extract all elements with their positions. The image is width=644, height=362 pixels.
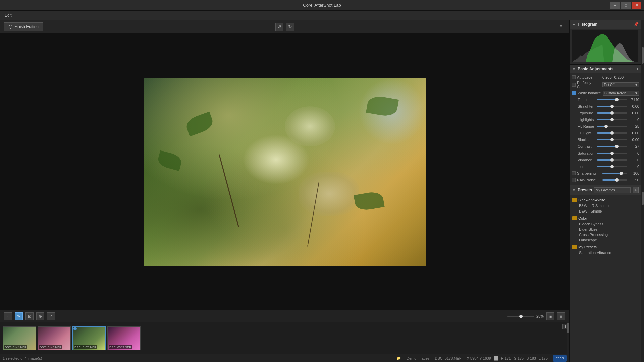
presets-dropdown[interactable]: My Favorites [594, 187, 631, 193]
contrast-slider-thumb[interactable] [615, 145, 619, 148]
sharpening-slider-track[interactable] [602, 173, 627, 174]
filmstrip-thumb-1[interactable]: DSC_0146.NEF [38, 326, 71, 350]
right-panel-toggle[interactable]: ⊞ [557, 23, 565, 31]
flower-top [285, 106, 335, 146]
maximize-button[interactable]: □ [621, 2, 631, 9]
menubar: Edit [0, 11, 644, 20]
white-balance-color [572, 90, 576, 95]
filmstrip-thumb-3[interactable]: DSC_0383.NEF [107, 326, 141, 350]
zoom-slider[interactable] [507, 316, 534, 317]
preset-landscape[interactable]: Landscape [572, 237, 639, 243]
preset-color-folder-icon [572, 216, 577, 220]
fill-light-slider-thumb[interactable] [610, 131, 614, 135]
view-compare[interactable]: ⊞ [557, 312, 565, 320]
hl-range-row: HL Range 25 [570, 123, 641, 130]
straighten-slider-wrap [597, 104, 627, 109]
basic-adjustments-header[interactable]: ▼ Basic Adjustments + [570, 65, 641, 73]
blacks-row: Blacks 0.00 [570, 136, 641, 143]
raw-noise-label: RAW Noise [577, 178, 601, 182]
highlights-slider-thumb[interactable] [610, 118, 614, 121]
preset-cross-processing[interactable]: Cross Processing [572, 232, 639, 237]
filmstrip-scroll-thumb[interactable] [567, 323, 569, 333]
raw-noise-slider-track[interactable] [602, 179, 627, 181]
fill-light-slider-track[interactable] [597, 132, 627, 134]
white-balance-dropdown[interactable]: Custom Kelvin ▼ [603, 90, 639, 96]
raw-noise-checkbox[interactable] [572, 178, 576, 182]
perfectly-clear-dropdown[interactable]: Tint Off ▼ [602, 82, 639, 87]
preset-saturation-vibrance[interactable]: Saturation Vibrance [572, 250, 639, 255]
hl-range-label: HL Range [572, 124, 596, 128]
vibrance-slider-thumb[interactable] [610, 158, 614, 162]
histogram-content [570, 29, 641, 64]
straighten-slider-track[interactable] [597, 106, 627, 107]
preset-color-header[interactable]: Color [572, 215, 639, 221]
hl-range-value: 25 [629, 124, 639, 128]
exposure-slider-track[interactable] [597, 112, 627, 114]
exposure-slider-thumb[interactable] [610, 111, 614, 115]
hue-label: Hue [572, 165, 596, 169]
contrast-slider-track[interactable] [597, 146, 627, 147]
histogram-collapse-arrow: ▼ [572, 23, 576, 26]
right-panel-scroll-thumb[interactable] [642, 47, 644, 64]
raw-noise-slider-thumb[interactable] [615, 178, 619, 182]
undo-button[interactable]: ↺ [275, 23, 283, 31]
tool-circle[interactable]: ○ [4, 312, 12, 320]
vibrance-slider-track[interactable] [597, 159, 627, 161]
finish-editing-button[interactable]: ⬡ Finish Editing [4, 22, 43, 31]
basic-adjustments-header-left: ▼ Basic Adjustments [572, 67, 614, 71]
preset-bw-header[interactable]: Black-and-White [572, 197, 639, 203]
perfectly-clear-checkbox[interactable] [572, 83, 576, 87]
filmstrip-thumb-2[interactable]: ✓ DSC_0178.NEF [72, 326, 106, 350]
status-folder-icon: 📁 [396, 356, 401, 360]
preset-my-header[interactable]: My Presets [572, 244, 639, 250]
perfectly-clear-arrow: ▼ [635, 83, 638, 87]
hue-slider-thumb[interactable] [610, 165, 614, 168]
zoom-thumb[interactable] [519, 315, 523, 318]
preset-bluer-skies[interactable]: Bluer Skies [572, 227, 639, 232]
tool-edit[interactable]: ✎ [15, 312, 23, 320]
minimize-button[interactable]: ─ [610, 2, 620, 9]
temp-slider-track[interactable] [597, 99, 627, 100]
exposure-label: Exposure [572, 111, 596, 115]
sharpening-slider-thumb[interactable] [620, 172, 623, 175]
histogram-pin[interactable]: 📌 [634, 22, 639, 27]
saturation-slider-track[interactable] [597, 153, 627, 154]
exposure-value: 0.00 [629, 111, 639, 115]
straighten-slider-thumb[interactable] [610, 105, 614, 108]
temp-slider-thumb[interactable] [615, 98, 619, 101]
histogram-header[interactable]: ▼ Histogram 📌 [570, 20, 641, 29]
hue-slider-track[interactable] [597, 166, 627, 167]
preset-bleach-bypass[interactable]: Bleach Bypass [572, 221, 639, 227]
basic-adj-title: Basic Adjustments [578, 67, 614, 71]
sharpening-checkbox[interactable] [572, 171, 576, 175]
autolevel-checkbox[interactable] [572, 75, 576, 79]
saturation-slider-thumb[interactable] [610, 152, 614, 155]
basic-adj-pin[interactable]: + [636, 67, 639, 71]
sharpening-row: Sharpening 100 [570, 170, 641, 177]
presets-collapse-arrow: ▼ [572, 188, 576, 192]
straighten-slider-fill [597, 106, 612, 107]
tool-stamp[interactable]: ⊕ [36, 312, 44, 320]
filmstrip-thumb-0[interactable]: DSC_0144.NEF [3, 326, 36, 350]
status-color-swatch [494, 356, 498, 361]
hl-range-slider-track[interactable] [597, 126, 627, 127]
status-xy: X 5984 Y 1639 [467, 356, 491, 360]
tool-share[interactable]: ↗ [47, 312, 55, 320]
hl-range-slider-thumb[interactable] [604, 125, 608, 128]
redo-button[interactable]: ↻ [286, 23, 294, 31]
preset-bw-ir[interactable]: B&W - IR Simulation [572, 203, 639, 208]
autolevel-row: AutoLevel 0.200 0.200 [570, 75, 641, 80]
presets-add-button[interactable]: + [633, 187, 639, 193]
menu-edit[interactable]: Edit [3, 12, 14, 18]
blacks-slider-track[interactable] [597, 139, 627, 140]
highlights-slider-track[interactable] [597, 119, 627, 120]
tool-crop[interactable]: ⊠ [25, 312, 34, 320]
preset-color-name: Color [578, 216, 587, 220]
blacks-slider-thumb[interactable] [610, 138, 614, 141]
presets-header: ▼ Presets My Favorites + [570, 185, 641, 195]
view-single[interactable]: ▣ [546, 312, 554, 320]
close-button[interactable]: ✕ [632, 2, 641, 9]
blacks-slider-fill [597, 139, 612, 140]
preset-bw-simple[interactable]: B&W - Simple [572, 208, 639, 214]
raw-noise-slider-fill [602, 179, 617, 181]
